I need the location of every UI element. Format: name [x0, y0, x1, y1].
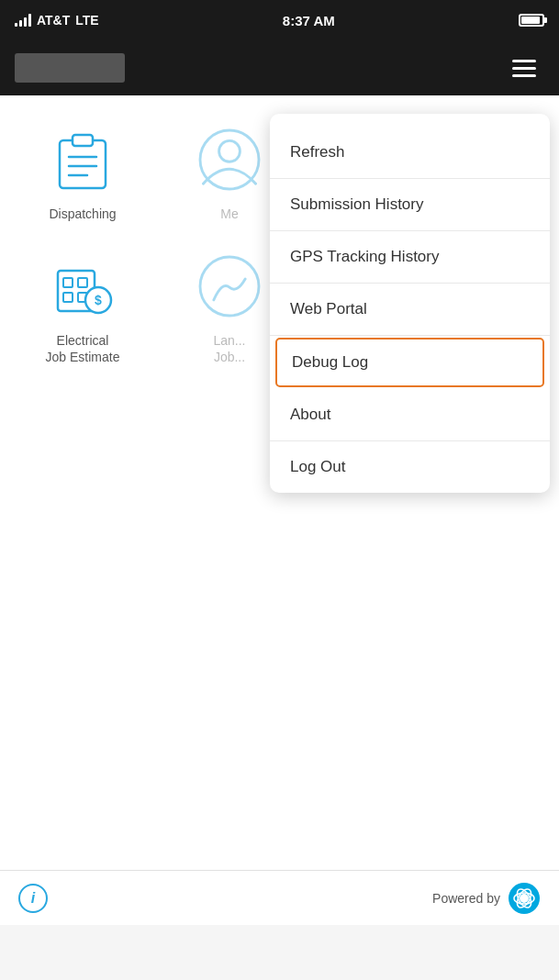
dispatching-icon	[46, 123, 119, 196]
dispatching-label: Dispatching	[49, 206, 116, 222]
electrical-label: ElectricalJob Estimate	[46, 332, 120, 365]
time-label: 8:37 AM	[283, 13, 335, 28]
dropdown-menu: Refresh Submission History GPS Tracking …	[270, 114, 550, 493]
menu-item-refresh[interactable]: Refresh	[270, 127, 550, 179]
svg-point-19	[520, 894, 529, 903]
svg-rect-1	[73, 135, 93, 146]
app-grid: Dispatching Me	[18, 123, 294, 366]
me-icon	[193, 123, 266, 196]
dropdown-arrow	[504, 118, 526, 131]
menu-list: Refresh Submission History GPS Tracking …	[270, 127, 550, 493]
land-job-icon	[193, 250, 266, 323]
carrier-label: AT&T	[37, 13, 70, 28]
svg-rect-9	[78, 278, 87, 287]
svg-text:$: $	[95, 293, 102, 307]
land-job-label: Lan...Job...	[213, 332, 245, 365]
nav-bar	[0, 40, 559, 95]
menu-item-debug-log[interactable]: Debug Log	[275, 338, 544, 387]
info-button[interactable]: i	[18, 884, 48, 913]
menu-item-about[interactable]: About	[270, 389, 550, 441]
me-label: Me	[220, 206, 238, 222]
hamburger-button[interactable]	[504, 48, 544, 88]
menu-item-web-portal[interactable]: Web Portal	[270, 284, 550, 336]
powered-by: Powered by	[432, 882, 541, 915]
svg-point-5	[200, 130, 259, 189]
grid-item-dispatching[interactable]: Dispatching	[18, 123, 147, 222]
svg-rect-0	[60, 140, 106, 188]
battery-icon	[519, 14, 544, 27]
hamburger-line-1	[512, 60, 536, 62]
att-logo-icon	[508, 882, 541, 915]
svg-point-6	[219, 140, 240, 161]
electrical-icon: $	[46, 250, 119, 323]
hamburger-line-3	[512, 74, 536, 77]
powered-by-label: Powered by	[432, 891, 500, 906]
bottom-bar: i Powered by	[0, 870, 559, 925]
svg-rect-10	[63, 293, 73, 302]
main-content: Dispatching Me	[0, 95, 559, 925]
signal-icon	[15, 14, 31, 27]
status-left: AT&T LTE	[15, 13, 99, 28]
app-logo	[15, 53, 125, 83]
network-label: LTE	[75, 13, 98, 28]
hamburger-line-2	[512, 67, 536, 70]
menu-item-submission-history[interactable]: Submission History	[270, 179, 550, 231]
svg-rect-8	[63, 278, 73, 287]
menu-item-log-out[interactable]: Log Out	[270, 441, 550, 493]
menu-item-gps-tracking[interactable]: GPS Tracking History	[270, 231, 550, 284]
status-bar: AT&T LTE 8:37 AM	[0, 0, 559, 40]
grid-item-electrical[interactable]: $ ElectricalJob Estimate	[18, 250, 147, 365]
